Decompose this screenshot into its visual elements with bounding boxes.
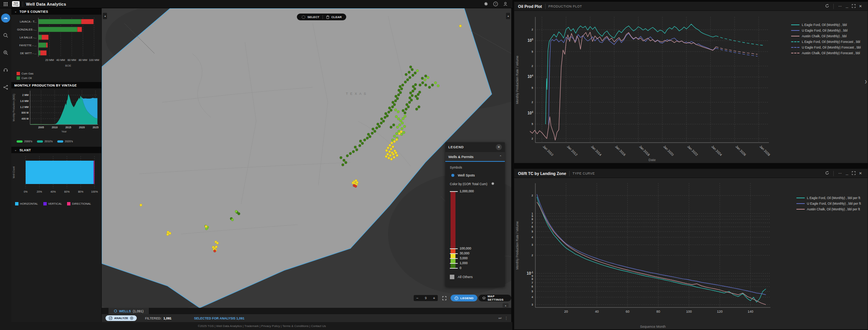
svg-text:5: 5 — [532, 87, 533, 89]
section-slant[interactable]: ⌄ SLANT — [11, 147, 101, 153]
sidebar-item-dashboard[interactable] — [1, 14, 10, 23]
section-top5-counties[interactable]: ⌄ TOP 5 COUNTIES — [11, 8, 101, 15]
sidebar-item-support[interactable] — [1, 65, 10, 75]
legend-item[interactable]: U Eagle Ford, Oil (Monthly) , bbl per ft — [796, 202, 861, 205]
more-options-icon[interactable]: ⋯ — [837, 171, 844, 175]
ramp-tick — [450, 253, 458, 254]
expand-icon[interactable] — [850, 171, 857, 176]
legend-swatch — [791, 47, 799, 48]
series-u-eagle-ford-oil-monthly-bbl-per-ft — [537, 194, 766, 295]
legend-item[interactable]: VERTICAL — [43, 202, 62, 205]
trash-icon — [326, 15, 330, 19]
collapse-bottom-bar-icon[interactable]: ▲ — [503, 303, 509, 307]
legend-item[interactable]: L Eagle Ford, Oil (Monthly) , bbl — [791, 23, 861, 27]
legend-item[interactable]: Cum Gas — [17, 72, 101, 75]
svg-text:Jan 2014: Jan 2014 — [590, 144, 602, 157]
svg-text:40%: 40% — [50, 190, 56, 193]
collapse-right-panel-icon[interactable]: ◂ — [506, 13, 510, 19]
kebab-menu-icon[interactable]: ⋮ — [504, 316, 508, 320]
selected-for-analysis[interactable]: SELECTED FOR ANALYSIS 1,091 — [194, 316, 245, 320]
map-settings-button[interactable]: MAP SETTINGS — [478, 295, 511, 301]
svg-text:140: 140 — [747, 310, 753, 313]
svg-text:2: 2 — [532, 194, 533, 197]
legend-close-icon[interactable]: ✕ — [496, 144, 502, 150]
ramp-settings-gear-icon[interactable] — [491, 182, 495, 186]
apps-grid-icon[interactable] — [2, 0, 10, 8]
legend-label: Cum Gas — [21, 72, 34, 75]
svg-text:2015: 2015 — [65, 126, 71, 129]
tab-wells[interactable]: WELLS (1,091) — [108, 308, 149, 314]
all-others-swatch — [450, 275, 454, 279]
legend-item[interactable]: 2010's — [37, 140, 53, 143]
collapse-left-panel-icon[interactable]: ◂ — [103, 13, 107, 19]
svg-text:60: 60 — [626, 310, 630, 313]
slant-chart-legend: HORIZONTALVERTICALDIRECTIONAL — [11, 201, 101, 208]
chevron-down-icon: ⌄ — [14, 148, 17, 152]
close-icon[interactable]: ✕ — [857, 171, 864, 175]
skip-end-icon[interactable]: ⏭ — [498, 316, 501, 320]
help-icon[interactable]: ? — [491, 0, 500, 8]
svg-text:3: 3 — [532, 303, 533, 306]
legend-item[interactable]: DIRECTIONAL — [67, 202, 91, 205]
legend-label: 2020's — [65, 140, 73, 143]
sidebar-item-search[interactable] — [1, 31, 10, 40]
clear-button[interactable]: CLEAR — [323, 15, 345, 19]
legend-swatch — [791, 53, 799, 53]
svg-text:103: 103 — [527, 111, 533, 115]
svg-text:60 MM: 60 MM — [67, 58, 76, 62]
panel-title: Oil Prod Plot — [518, 4, 542, 9]
legend-section-wells-permits[interactable]: Wells & Permits ⌃ — [445, 152, 505, 162]
all-others-row: All Others — [450, 275, 500, 279]
sidebar-item-zoom-search[interactable] — [1, 48, 10, 57]
minimize-icon[interactable]: ＿ — [844, 4, 850, 9]
svg-text:60%: 60% — [64, 190, 70, 193]
svg-text:80%: 80% — [78, 190, 83, 193]
wells-tab-count: (1,091) — [133, 309, 144, 313]
svg-text:4: 4 — [532, 236, 533, 239]
refresh-icon[interactable] — [824, 171, 830, 176]
footer-links[interactable]: ©2025 TGS | Well Data Analytics | Tradem… — [198, 324, 326, 328]
legend-item[interactable]: Cum Oil — [17, 76, 101, 80]
legend-swatch — [17, 76, 20, 80]
sidebar-item-share[interactable] — [1, 83, 10, 92]
legend-toggle-button[interactable]: LEGEND — [451, 295, 477, 301]
close-icon[interactable]: ✕ — [857, 4, 864, 8]
legend-item[interactable]: U Eagle Ford, Oil (Monthly) , bbl — [791, 29, 861, 32]
section-vintage[interactable]: MONTHLY PRODUCTION BY VINTAGE — [11, 82, 101, 88]
legend-label: HORIZONTAL — [20, 202, 38, 205]
analyze-button[interactable]: ANALYZE — [105, 315, 137, 321]
section-title: TOP 5 COUNTIES — [20, 10, 48, 14]
edge-expander-icon[interactable]: ❯ — [864, 80, 867, 84]
series-l-eagle-ford-oil-monthly-bbl — [546, 24, 716, 124]
svg-text:7: 7 — [532, 281, 533, 284]
legend-item[interactable]: Austin Chalk, Oil (Monthly) , bbl per ft — [796, 207, 861, 211]
map-fullscreen-icon[interactable] — [441, 295, 448, 301]
app-root: TGS Well Data Analytics ? — [0, 0, 868, 330]
legend-item[interactable]: Austin Chalk, Oil (Monthly) , bbl — [791, 34, 861, 38]
zoom-out-button[interactable]: − — [416, 296, 419, 300]
svg-text:104: 104 — [527, 74, 533, 79]
user-icon[interactable] — [501, 0, 509, 8]
legend-item[interactable]: 2000's — [17, 140, 32, 143]
select-label: SELECT — [307, 15, 319, 19]
svg-text:Jan 2024: Jan 2024 — [711, 144, 723, 157]
refresh-icon[interactable] — [824, 4, 830, 9]
svg-text:2: 2 — [532, 28, 533, 31]
minimize-icon[interactable]: ＿ — [844, 171, 850, 176]
ramp-label: 30,000 — [460, 251, 469, 255]
ramp-label: 0 — [460, 266, 462, 270]
legend-item[interactable]: U Eagle Ford, Oil (Monthly) Forecast , b… — [791, 46, 861, 49]
zoom-in-button[interactable]: + — [433, 296, 435, 300]
map-area[interactable]: TEXAS ◂ ◂ SELECT CLEAR LEGEND ✕ Wells & … — [102, 8, 511, 308]
ramp-tick — [450, 191, 458, 192]
select-button[interactable]: SELECT — [298, 15, 322, 19]
legend-item[interactable]: L Eagle Ford, Oil (Monthly) , bbl per ft — [796, 196, 861, 200]
settings-gear-icon[interactable] — [481, 0, 490, 8]
legend-item[interactable]: 2020's — [57, 140, 73, 143]
right-panels-region: Oil Prod Plot PRODUCTION PLOT ⋯ ＿ ✕ 2105… — [512, 0, 868, 330]
legend-item[interactable]: Austin Chalk, Oil (Monthly) Forecast , b… — [791, 51, 861, 55]
more-options-icon[interactable]: ⋯ — [837, 4, 844, 8]
expand-icon[interactable] — [850, 4, 857, 9]
legend-item[interactable]: L Eagle Ford, Oil (Monthly) Forecast , b… — [791, 40, 861, 44]
legend-item[interactable]: HORIZONTAL — [15, 202, 38, 205]
